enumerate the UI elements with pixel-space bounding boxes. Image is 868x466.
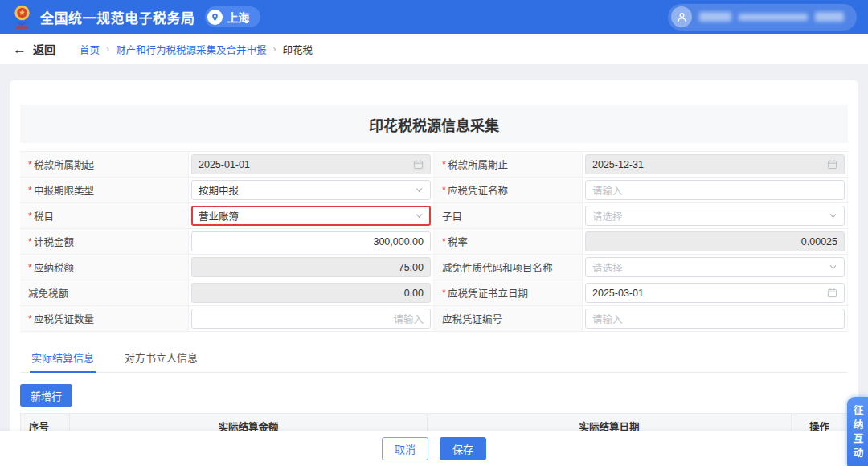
redacted-user-text xyxy=(815,12,844,22)
field-value: 请输入 xyxy=(199,311,424,326)
app-title: 全国统一规范电子税务局 xyxy=(40,7,195,27)
field-label: 应纳税额 xyxy=(34,260,74,275)
select-field[interactable]: 请选择 xyxy=(585,257,845,277)
field-value-cell: 请输入 xyxy=(189,306,434,332)
back-arrow-icon: ← xyxy=(13,43,27,56)
redacted-user-text xyxy=(699,12,731,22)
field-label-cell: *税率 xyxy=(434,229,583,255)
tab-0[interactable]: 实际结算信息 xyxy=(30,345,96,372)
field-value-cell: 营业账簿 xyxy=(189,203,434,229)
back-label: 返回 xyxy=(33,41,55,57)
detail-tabs: 实际结算信息对方书立人信息 xyxy=(20,345,848,373)
input-field[interactable]: 请输入 xyxy=(585,309,845,329)
user-account-pill[interactable] xyxy=(668,4,857,31)
field-value-cell: 2025-01-01 xyxy=(189,152,434,178)
field-label-cell: *应税凭证书立日期 xyxy=(434,280,583,306)
required-asterisk: * xyxy=(28,313,32,325)
required-asterisk: * xyxy=(442,236,446,247)
field-label: 税款所属期起 xyxy=(34,157,94,172)
input-field[interactable]: 请输入 xyxy=(191,309,431,329)
field-value: 按期申报 xyxy=(199,182,410,198)
tab-1[interactable]: 对方书立人信息 xyxy=(123,345,199,372)
field-value-cell: 请输入 xyxy=(583,306,848,332)
field-label-cell: 减免税额 xyxy=(20,280,189,306)
breadcrumb-item[interactable]: 首页 xyxy=(80,42,100,57)
field-value: 请输入 xyxy=(592,182,837,198)
location-label: 上海 xyxy=(227,9,250,25)
field-label: 税率 xyxy=(448,234,468,249)
field-label-cell: *税目 xyxy=(20,203,189,229)
date-field[interactable]: 2025-12-31 xyxy=(585,154,845,174)
select-field[interactable]: 请选择 xyxy=(585,206,845,226)
user-avatar-icon xyxy=(671,6,692,27)
field-value: 请输入 xyxy=(592,311,837,326)
field-label-cell: 子目 xyxy=(434,203,583,229)
field-value: 300,000.00 xyxy=(199,236,424,247)
field-label: 税款所属期止 xyxy=(448,157,508,172)
field-label: 申报期限类型 xyxy=(34,182,94,198)
required-asterisk: * xyxy=(28,236,32,247)
back-button[interactable]: ← 返回 xyxy=(13,41,55,57)
top-header-bar: 全国统一规范电子税务局 上海 xyxy=(0,0,868,34)
date-field[interactable]: 2025-01-01 xyxy=(191,154,431,174)
required-asterisk: * xyxy=(442,288,446,299)
required-asterisk: * xyxy=(442,185,446,196)
add-row-button[interactable]: 新增行 xyxy=(20,384,72,407)
chevron-down-icon xyxy=(829,211,837,220)
field-label: 应税凭证书立日期 xyxy=(448,285,528,300)
input-field[interactable]: 0.00025 xyxy=(585,231,845,251)
field-label-cell: *应税凭证名称 xyxy=(434,178,583,203)
field-value-cell: 2025-12-31 xyxy=(583,152,848,178)
breadcrumb-separator-icon: › xyxy=(273,43,276,55)
required-asterisk: * xyxy=(28,211,32,222)
breadcrumb-bar: ← 返回 首页›财产和行为税税源采集及合并申报›印花税 xyxy=(0,34,868,64)
field-value: 营业账簿 xyxy=(199,208,410,223)
chevron-down-icon xyxy=(415,186,424,194)
field-label-cell: *税款所属期起 xyxy=(20,152,189,178)
location-badge[interactable]: 上海 xyxy=(205,6,260,27)
location-pin-icon xyxy=(207,10,223,25)
main-form-card: 印花税税源信息采集 *税款所属期起2025-01-01*税款所属期止2025-1… xyxy=(10,80,858,437)
calendar-icon xyxy=(827,159,837,170)
field-value: 2025-12-31 xyxy=(592,159,822,170)
select-field[interactable]: 营业账簿 xyxy=(191,206,431,226)
date-field[interactable]: 2025-03-01 xyxy=(585,283,845,303)
field-label-cell: *税款所属期止 xyxy=(434,152,583,178)
cancel-button[interactable]: 取消 xyxy=(382,437,428,460)
required-asterisk: * xyxy=(442,159,446,170)
field-value-cell: 请输入 xyxy=(583,178,848,203)
input-field[interactable]: 300,000.00 xyxy=(191,231,431,251)
input-field[interactable]: 75.00 xyxy=(191,257,431,277)
select-field[interactable]: 按期申报 xyxy=(191,180,431,200)
field-label-cell: 减免性质代码和项目名称 xyxy=(434,255,583,280)
chevron-down-icon xyxy=(829,263,837,272)
field-value: 0.00025 xyxy=(592,236,837,247)
field-value-cell: 300,000.00 xyxy=(189,229,434,255)
field-value-cell: 0.00 xyxy=(189,280,434,306)
save-button[interactable]: 保存 xyxy=(440,437,486,460)
field-label: 应税凭证名称 xyxy=(448,182,508,198)
field-label-cell: *计税金额 xyxy=(20,229,189,255)
breadcrumb: 首页›财产和行为税税源采集及合并申报›印花税 xyxy=(80,42,313,57)
field-value: 请选择 xyxy=(592,208,824,223)
field-label: 计税金额 xyxy=(34,234,74,249)
field-value: 0.00 xyxy=(199,288,424,299)
breadcrumb-item[interactable]: 财产和行为税税源采集及合并申报 xyxy=(116,42,267,57)
tax-bureau-logo-icon xyxy=(11,5,33,30)
tax-interaction-side-tab[interactable]: 征纳互动 xyxy=(847,397,868,466)
field-value: 2025-03-01 xyxy=(592,288,822,299)
input-field[interactable]: 请输入 xyxy=(585,180,845,200)
field-value: 2025-01-01 xyxy=(199,159,408,170)
input-field[interactable]: 0.00 xyxy=(191,283,431,303)
redacted-user-text xyxy=(739,14,808,21)
field-value-cell: 请选择 xyxy=(583,203,848,229)
calendar-icon xyxy=(827,288,837,298)
breadcrumb-item: 印花税 xyxy=(283,42,313,57)
field-label: 减免性质代码和项目名称 xyxy=(442,260,553,275)
footer-action-bar: 取消 保存 xyxy=(0,431,868,466)
form-title-band: 印花税税源信息采集 xyxy=(20,105,848,143)
field-label-cell: 应税凭证编号 xyxy=(434,306,583,332)
field-label: 应税凭证数量 xyxy=(34,311,94,326)
field-label-cell: *申报期限类型 xyxy=(20,178,189,203)
field-label: 子目 xyxy=(442,208,462,223)
